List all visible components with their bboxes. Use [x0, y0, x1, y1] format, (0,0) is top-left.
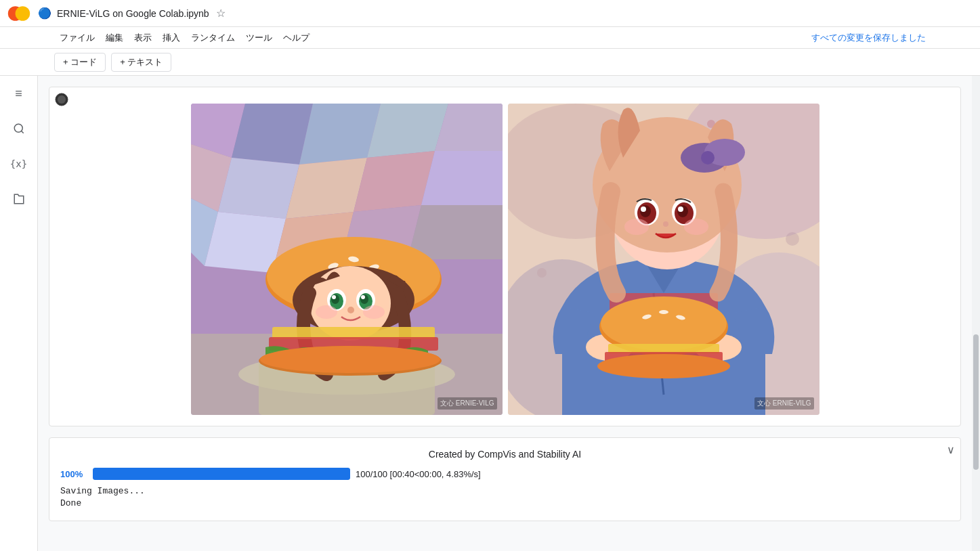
add-text-button[interactable]: + テキスト — [111, 53, 171, 72]
svg-point-42 — [316, 305, 337, 319]
svg-point-82 — [678, 206, 683, 212]
progress-percent: 100% — [60, 469, 87, 479]
images-grid: 文心 ERNIE-VILG — [60, 104, 950, 415]
svg-point-39 — [332, 295, 336, 299]
progress-stats: 100/100 [00:40<00:00, 4.83%/s] — [356, 469, 481, 479]
toolbar: + コード + テキスト — [0, 49, 980, 76]
svg-point-64 — [659, 310, 668, 314]
svg-point-41 — [347, 307, 354, 313]
svg-point-55 — [786, 232, 799, 246]
generated-image-2: 文心 ERNIE-VILG — [508, 104, 819, 415]
save-status: すべての変更を保存しました — [811, 32, 926, 44]
run-indicator — [55, 93, 68, 109]
svg-point-43 — [363, 305, 385, 319]
menu-view[interactable]: 表示 — [129, 29, 157, 47]
svg-point-4 — [58, 95, 66, 104]
bottom-output-cell: ∨ Created by CompVis and Stability AI 10… — [49, 437, 961, 521]
svg-point-40 — [361, 295, 365, 299]
colab-logo — [5, 0, 33, 27]
scrollbar-thumb[interactable] — [973, 334, 979, 470]
svg-point-83 — [663, 221, 668, 227]
menu-help[interactable]: ヘルプ — [278, 29, 315, 47]
terminal-output: Saving Images... Done — [60, 485, 950, 510]
svg-point-85 — [684, 219, 708, 235]
terminal-line-2: Done — [60, 498, 950, 510]
menu-file[interactable]: ファイル — [54, 29, 100, 47]
menu-tools[interactable]: ツール — [240, 29, 278, 47]
content-area[interactable]: 文心 ERNIE-VILG — [38, 76, 972, 551]
scrollbar[interactable] — [972, 76, 980, 551]
image-watermark-2: 文心 ERNIE-VILG — [754, 397, 813, 410]
svg-point-81 — [641, 206, 646, 212]
svg-rect-66 — [608, 344, 719, 353]
sidebar-menu-icon[interactable]: ≡ — [7, 81, 31, 106]
terminal-line-1: Saving Images... — [60, 485, 950, 498]
generated-image-1: 文心 ERNIE-VILG — [191, 104, 503, 415]
sidebar-variables-icon[interactable]: {x} — [7, 152, 31, 176]
menu-runtime[interactable]: ランタイム — [186, 29, 240, 47]
menu-insert[interactable]: 挿入 — [157, 29, 186, 47]
svg-point-74 — [701, 151, 715, 164]
svg-point-2 — [14, 124, 22, 132]
svg-marker-12 — [218, 158, 299, 219]
cell-output: 文心 ERNIE-VILG — [49, 87, 961, 426]
svg-marker-15 — [421, 151, 503, 205]
top-bar: 🔵 ERNIE-ViLG on Google Colab.ipynb ☆ — [0, 0, 980, 27]
svg-point-84 — [624, 219, 649, 235]
star-icon[interactable]: ☆ — [216, 7, 226, 20]
main-layout: ≡ {x} — [0, 76, 980, 551]
sidebar-search-icon[interactable] — [7, 116, 31, 141]
progress-row: 100% 100/100 [00:40<00:00, 4.83%/s] — [60, 468, 950, 480]
menu-edit[interactable]: 編集 — [100, 29, 129, 47]
collapse-button[interactable]: ∨ — [947, 443, 955, 456]
sidebar-files-icon[interactable] — [7, 187, 31, 211]
tab-title: ERNIE-ViLG on Google Colab.ipynb — [57, 8, 209, 19]
sidebar: ≡ {x} — [0, 76, 38, 551]
svg-marker-7 — [232, 104, 313, 164]
svg-point-68 — [597, 354, 730, 378]
credits-text: Created by CompVis and Stability AI — [60, 449, 950, 460]
svg-marker-20 — [408, 205, 503, 259]
progress-bar-fill — [93, 468, 350, 480]
svg-point-56 — [537, 268, 547, 278]
svg-point-1 — [16, 6, 30, 21]
menu-bar: ファイル 編集 表示 挿入 ランタイム ツール ヘルプ すべての変更を保存しまし… — [0, 27, 980, 49]
image-watermark-1: 文心 ERNIE-VILG — [438, 397, 496, 410]
progress-bar-container — [93, 468, 350, 480]
tab-area: 🔵 ERNIE-ViLG on Google Colab.ipynb ☆ — [38, 7, 226, 20]
add-code-button[interactable]: + コード — [54, 53, 106, 72]
svg-point-62 — [601, 296, 727, 351]
svg-point-47 — [260, 346, 440, 373]
drive-icon: 🔵 — [38, 7, 51, 20]
